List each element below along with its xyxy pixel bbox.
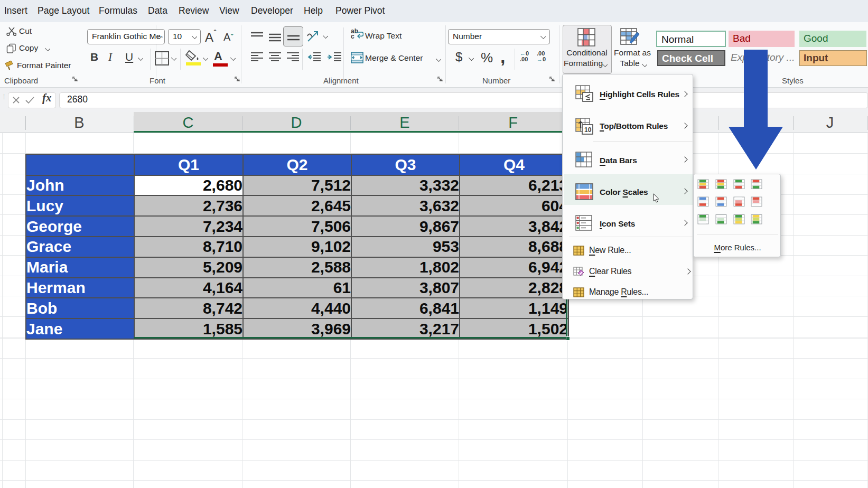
svg-text:10: 10 — [584, 126, 592, 134]
